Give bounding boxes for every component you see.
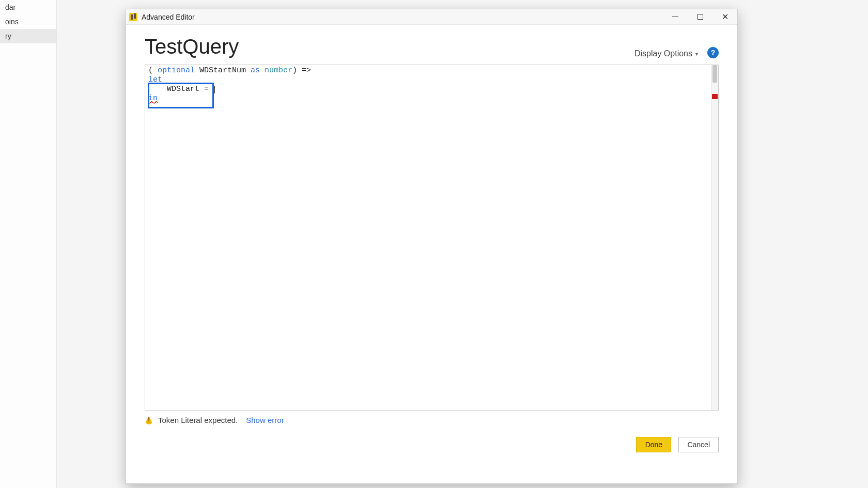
close-icon: ✕ — [722, 13, 729, 21]
code-text: WDStart = — [167, 85, 213, 93]
maximize-icon — [698, 14, 703, 20]
text-cursor — [214, 86, 215, 93]
code-text: WDStartNum — [195, 66, 251, 75]
status-message: Token Literal expected. — [158, 416, 238, 424]
query-list-pane: dar oins ry — [0, 0, 57, 488]
code-keyword-error: in — [148, 94, 158, 103]
button-row: Done Cancel — [126, 424, 737, 452]
titlebar: Advanced Editor ✕ — [126, 9, 737, 25]
code-keyword: as — [251, 66, 260, 75]
query-list-item[interactable]: dar — [0, 0, 56, 14]
code-keyword: let — [148, 75, 162, 84]
code-editor[interactable]: ( optional WDStartNum as number) => let … — [145, 65, 711, 410]
code-type: number — [260, 66, 292, 75]
status-row: Token Literal expected. Show error — [126, 411, 737, 424]
query-list-item[interactable]: ry — [0, 29, 56, 43]
app-icon — [129, 13, 137, 21]
advanced-editor-dialog: Advanced Editor ✕ TestQuery Display Opti… — [126, 9, 738, 484]
display-options-label: Display Options — [634, 49, 692, 58]
code-text: ) => — [292, 66, 311, 75]
help-button[interactable]: ? — [707, 47, 719, 58]
minimize-icon — [672, 17, 678, 17]
chevron-down-icon: ▾ — [695, 51, 698, 57]
display-options-dropdown[interactable]: Display Options ▾ — [634, 49, 698, 58]
maximize-button[interactable] — [688, 9, 712, 25]
scroll-thumb[interactable] — [712, 65, 717, 83]
header-row: TestQuery Display Options ▾ ? — [126, 25, 737, 65]
cancel-button[interactable]: Cancel — [678, 437, 719, 452]
code-keyword: optional — [158, 66, 195, 75]
window-title: Advanced Editor — [142, 13, 195, 21]
code-text — [148, 85, 167, 93]
minimize-button[interactable] — [663, 9, 688, 25]
close-button[interactable]: ✕ — [712, 9, 737, 25]
warning-icon — [145, 416, 153, 424]
editor-scrollbar[interactable] — [711, 65, 718, 410]
error-marker[interactable] — [712, 94, 718, 99]
code-text: ( — [148, 66, 158, 75]
query-title: TestQuery — [145, 35, 239, 58]
show-error-link[interactable]: Show error — [246, 416, 284, 424]
done-button[interactable]: Done — [636, 437, 671, 452]
code-editor-wrap: ( optional WDStartNum as number) => let … — [145, 65, 719, 411]
query-list-item[interactable]: oins — [0, 14, 56, 29]
